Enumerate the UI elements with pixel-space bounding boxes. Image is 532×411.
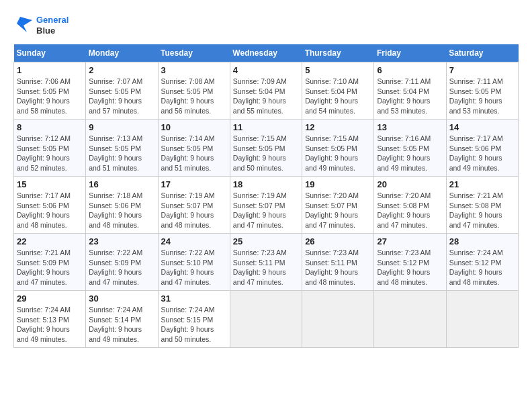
day-info: Sunrise: 7:11 AM Sunset: 5:05 PM Dayligh… — [449, 77, 515, 116]
day-number: 6 — [377, 65, 443, 75]
day-info: Sunrise: 7:10 AM Sunset: 5:04 PM Dayligh… — [305, 77, 371, 116]
calendar-cell-day-6: 6 Sunrise: 7:11 AM Sunset: 5:04 PM Dayli… — [374, 62, 446, 120]
day-info: Sunrise: 7:23 AM Sunset: 5:11 PM Dayligh… — [233, 248, 299, 287]
day-number: 9 — [89, 122, 154, 132]
calendar-cell-day-27: 27 Sunrise: 7:23 AM Sunset: 5:12 PM Dayl… — [374, 234, 446, 291]
calendar-cell-day-18: 18 Sunrise: 7:19 AM Sunset: 5:07 PM Dayl… — [230, 177, 302, 234]
calendar-cell-day-20: 20 Sunrise: 7:20 AM Sunset: 5:08 PM Dayl… — [374, 177, 446, 234]
calendar-cell-day-19: 19 Sunrise: 7:20 AM Sunset: 5:07 PM Dayl… — [302, 177, 374, 234]
calendar-header-row: SundayMondayTuesdayWednesdayThursdayFrid… — [14, 44, 519, 62]
calendar-cell-day-15: 15 Sunrise: 7:17 AM Sunset: 5:06 PM Dayl… — [14, 177, 86, 234]
calendar-cell-day-13: 13 Sunrise: 7:16 AM Sunset: 5:05 PM Dayl… — [374, 120, 446, 177]
day-info: Sunrise: 7:22 AM Sunset: 5:10 PM Dayligh… — [161, 248, 227, 287]
calendar-week-row: 1 Sunrise: 7:06 AM Sunset: 5:05 PM Dayli… — [14, 62, 519, 120]
day-info: Sunrise: 7:19 AM Sunset: 5:07 PM Dayligh… — [161, 191, 227, 230]
day-number: 16 — [89, 179, 154, 189]
calendar-cell-day-2: 2 Sunrise: 7:07 AM Sunset: 5:05 PM Dayli… — [86, 62, 158, 120]
day-info: Sunrise: 7:12 AM Sunset: 5:05 PM Dayligh… — [17, 134, 83, 173]
calendar-cell-day-12: 12 Sunrise: 7:15 AM Sunset: 5:05 PM Dayl… — [302, 120, 374, 177]
col-header-wednesday: Wednesday — [230, 44, 302, 62]
day-number: 11 — [233, 122, 299, 132]
day-info: Sunrise: 7:23 AM Sunset: 5:11 PM Dayligh… — [305, 248, 371, 287]
day-number: 31 — [161, 293, 227, 304]
day-info: Sunrise: 7:17 AM Sunset: 5:06 PM Dayligh… — [17, 191, 83, 230]
day-number: 18 — [233, 179, 299, 189]
day-info: Sunrise: 7:19 AM Sunset: 5:07 PM Dayligh… — [233, 191, 299, 230]
day-number: 1 — [17, 65, 83, 75]
day-info: Sunrise: 7:13 AM Sunset: 5:05 PM Dayligh… — [89, 134, 154, 173]
day-info: Sunrise: 7:09 AM Sunset: 5:04 PM Dayligh… — [233, 77, 299, 116]
day-info: Sunrise: 7:15 AM Sunset: 5:05 PM Dayligh… — [233, 134, 299, 173]
calendar-cell-day-26: 26 Sunrise: 7:23 AM Sunset: 5:11 PM Dayl… — [302, 234, 374, 291]
empty-cell — [446, 291, 518, 348]
day-number: 7 — [449, 65, 515, 75]
calendar-cell-day-11: 11 Sunrise: 7:15 AM Sunset: 5:05 PM Dayl… — [230, 120, 302, 177]
calendar-cell-day-25: 25 Sunrise: 7:23 AM Sunset: 5:11 PM Dayl… — [230, 234, 302, 291]
day-info: Sunrise: 7:24 AM Sunset: 5:13 PM Dayligh… — [17, 305, 83, 345]
day-info: Sunrise: 7:20 AM Sunset: 5:07 PM Dayligh… — [305, 191, 371, 230]
col-header-monday: Monday — [86, 44, 158, 62]
day-info: Sunrise: 7:24 AM Sunset: 5:14 PM Dayligh… — [89, 305, 154, 345]
day-info: Sunrise: 7:11 AM Sunset: 5:04 PM Dayligh… — [377, 77, 443, 116]
calendar-cell-day-7: 7 Sunrise: 7:11 AM Sunset: 5:05 PM Dayli… — [446, 62, 518, 120]
calendar-week-row: 8 Sunrise: 7:12 AM Sunset: 5:05 PM Dayli… — [14, 120, 519, 177]
calendar-table: SundayMondayTuesdayWednesdayThursdayFrid… — [13, 44, 519, 348]
day-info: Sunrise: 7:22 AM Sunset: 5:09 PM Dayligh… — [89, 248, 154, 287]
day-number: 14 — [449, 122, 515, 132]
empty-cell — [302, 291, 374, 348]
calendar-cell-day-22: 22 Sunrise: 7:21 AM Sunset: 5:09 PM Dayl… — [14, 234, 86, 291]
empty-cell — [374, 291, 446, 348]
calendar-cell-day-24: 24 Sunrise: 7:22 AM Sunset: 5:10 PM Dayl… — [158, 234, 230, 291]
col-header-saturday: Saturday — [446, 44, 518, 62]
col-header-friday: Friday — [374, 44, 446, 62]
day-number: 26 — [305, 236, 371, 246]
empty-cell — [230, 291, 302, 348]
calendar-cell-day-29: 29 Sunrise: 7:24 AM Sunset: 5:13 PM Dayl… — [14, 291, 86, 348]
calendar-cell-day-5: 5 Sunrise: 7:10 AM Sunset: 5:04 PM Dayli… — [302, 62, 374, 120]
calendar-cell-day-3: 3 Sunrise: 7:08 AM Sunset: 5:05 PM Dayli… — [158, 62, 230, 120]
calendar-week-row: 29 Sunrise: 7:24 AM Sunset: 5:13 PM Dayl… — [14, 291, 519, 348]
calendar-week-row: 15 Sunrise: 7:17 AM Sunset: 5:06 PM Dayl… — [14, 177, 519, 234]
calendar-cell-day-14: 14 Sunrise: 7:17 AM Sunset: 5:06 PM Dayl… — [446, 120, 518, 177]
col-header-thursday: Thursday — [302, 44, 374, 62]
day-info: Sunrise: 7:21 AM Sunset: 5:08 PM Dayligh… — [449, 191, 515, 230]
day-info: Sunrise: 7:15 AM Sunset: 5:05 PM Dayligh… — [305, 134, 371, 173]
day-number: 23 — [89, 236, 154, 246]
day-number: 13 — [377, 122, 443, 132]
day-info: Sunrise: 7:23 AM Sunset: 5:12 PM Dayligh… — [377, 248, 443, 287]
day-info: Sunrise: 7:14 AM Sunset: 5:05 PM Dayligh… — [161, 134, 227, 173]
day-number: 29 — [17, 293, 83, 304]
day-number: 17 — [161, 179, 227, 189]
logo-icon — [13, 13, 34, 38]
day-info: Sunrise: 7:24 AM Sunset: 5:15 PM Dayligh… — [161, 305, 227, 345]
day-number: 24 — [161, 236, 227, 246]
col-header-sunday: Sunday — [14, 44, 86, 62]
col-header-tuesday: Tuesday — [158, 44, 230, 62]
day-number: 21 — [449, 179, 515, 189]
day-number: 30 — [89, 293, 154, 304]
day-info: Sunrise: 7:17 AM Sunset: 5:06 PM Dayligh… — [449, 134, 515, 173]
calendar-cell-day-31: 31 Sunrise: 7:24 AM Sunset: 5:15 PM Dayl… — [158, 291, 230, 348]
calendar-cell-day-10: 10 Sunrise: 7:14 AM Sunset: 5:05 PM Dayl… — [158, 120, 230, 177]
day-info: Sunrise: 7:21 AM Sunset: 5:09 PM Dayligh… — [17, 248, 83, 287]
day-number: 22 — [17, 236, 83, 246]
calendar-cell-day-8: 8 Sunrise: 7:12 AM Sunset: 5:05 PM Dayli… — [14, 120, 86, 177]
calendar-cell-day-23: 23 Sunrise: 7:22 AM Sunset: 5:09 PM Dayl… — [86, 234, 158, 291]
calendar-week-row: 22 Sunrise: 7:21 AM Sunset: 5:09 PM Dayl… — [14, 234, 519, 291]
calendar-cell-day-17: 17 Sunrise: 7:19 AM Sunset: 5:07 PM Dayl… — [158, 177, 230, 234]
day-number: 12 — [305, 122, 371, 132]
day-number: 25 — [233, 236, 299, 246]
day-number: 27 — [377, 236, 443, 246]
day-number: 8 — [17, 122, 83, 132]
header: General Blue — [13, 13, 519, 38]
svg-marker-0 — [17, 17, 32, 32]
day-number: 3 — [161, 65, 227, 75]
day-info: Sunrise: 7:08 AM Sunset: 5:05 PM Dayligh… — [161, 77, 227, 116]
calendar-cell-day-4: 4 Sunrise: 7:09 AM Sunset: 5:04 PM Dayli… — [230, 62, 302, 120]
calendar-cell-day-16: 16 Sunrise: 7:18 AM Sunset: 5:06 PM Dayl… — [86, 177, 158, 234]
calendar-cell-day-1: 1 Sunrise: 7:06 AM Sunset: 5:05 PM Dayli… — [14, 62, 86, 120]
day-info: Sunrise: 7:20 AM Sunset: 5:08 PM Dayligh… — [377, 191, 443, 230]
calendar-cell-day-9: 9 Sunrise: 7:13 AM Sunset: 5:05 PM Dayli… — [86, 120, 158, 177]
day-number: 5 — [305, 65, 371, 75]
day-number: 15 — [17, 179, 83, 189]
